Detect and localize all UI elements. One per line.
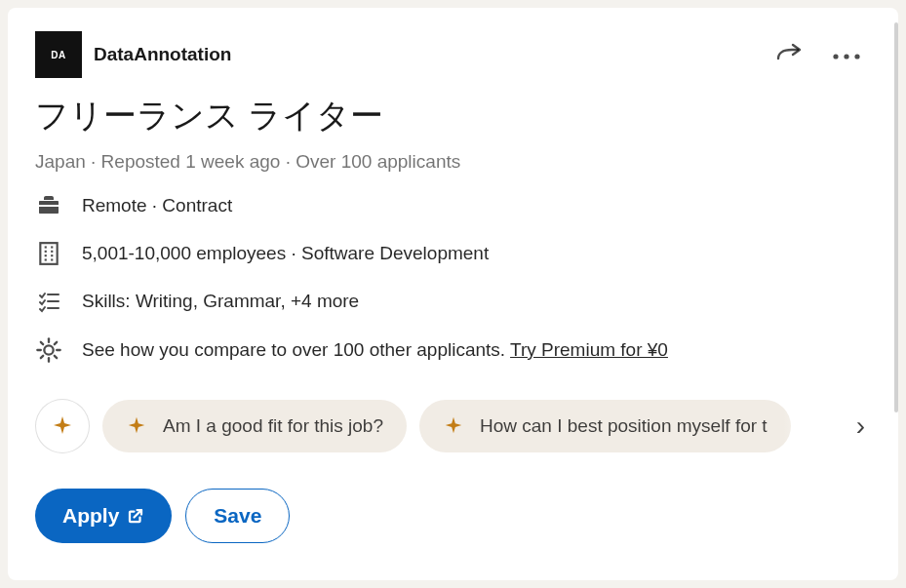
job-card: DA DataAnnotation フリーランス ライター Japan · Re…: [8, 8, 898, 580]
premium-link[interactable]: Try Premium for ¥0: [510, 339, 668, 360]
suggestion-fade: ›: [783, 399, 871, 453]
job-meta: Japan · Reposted 1 week ago · Over 100 a…: [35, 151, 871, 173]
save-button[interactable]: Save: [185, 489, 290, 543]
suggestion-good-fit[interactable]: Am I a good fit for this job?: [102, 400, 407, 452]
job-title: フリーランス ライター: [35, 96, 871, 136]
sparkle-icon: [126, 415, 147, 437]
skills-row: Skills: Writing, Grammar, +4 more: [35, 290, 871, 313]
ai-spark-button[interactable]: [35, 399, 90, 453]
apply-button[interactable]: Apply: [35, 489, 172, 543]
svg-point-2: [854, 54, 859, 59]
checklist-icon: [35, 290, 62, 313]
workplace-text: Remote · Contract: [82, 195, 232, 216]
building-icon: [35, 241, 62, 266]
svg-line-22: [41, 356, 43, 358]
svg-point-0: [833, 54, 838, 59]
company-logo-text: DA: [51, 50, 65, 60]
card-header: DA DataAnnotation: [35, 31, 871, 78]
sparkle-icon: [443, 415, 464, 437]
lightbulb-icon: [35, 336, 62, 364]
header-actions: [775, 43, 861, 70]
premium-text: See how you compare to over 100 other ap…: [82, 339, 668, 361]
more-icon: [832, 52, 861, 61]
svg-rect-3: [40, 243, 57, 264]
suggestion-position[interactable]: How can I best position myself for t: [419, 400, 791, 452]
svg-line-21: [55, 356, 57, 358]
save-label: Save: [214, 504, 261, 528]
svg-line-23: [55, 342, 57, 344]
chevron-right-icon[interactable]: ›: [856, 411, 871, 442]
external-link-icon: [127, 507, 144, 525]
company-size-row: 5,001-10,000 employees · Software Develo…: [35, 241, 871, 266]
company-name[interactable]: DataAnnotation: [94, 44, 231, 65]
scrollbar[interactable]: [894, 22, 898, 412]
sparkle-icon: [51, 414, 74, 438]
suggestion-label: How can I best position myself for t: [480, 415, 768, 437]
suggestion-label: Am I a good fit for this job?: [163, 415, 383, 437]
premium-prefix: See how you compare to over 100 other ap…: [82, 339, 510, 360]
ai-suggestions: Am I a good fit for this job? How can I …: [35, 399, 871, 453]
share-button[interactable]: [775, 43, 805, 70]
svg-point-15: [44, 345, 53, 354]
company-logo[interactable]: DA: [35, 31, 82, 78]
svg-point-1: [844, 54, 848, 59]
share-icon: [775, 43, 805, 70]
company-row[interactable]: DA DataAnnotation: [35, 31, 231, 78]
workplace-row: Remote · Contract: [35, 194, 871, 217]
skills-text[interactable]: Skills: Writing, Grammar, +4 more: [82, 291, 359, 312]
apply-label: Apply: [62, 504, 119, 528]
action-buttons: Apply Save: [35, 489, 871, 543]
premium-row: See how you compare to over 100 other ap…: [35, 336, 871, 364]
more-button[interactable]: [832, 52, 861, 61]
briefcase-icon: [35, 194, 62, 217]
job-details: Remote · Contract 5,001-10,000 employees…: [35, 194, 871, 364]
company-size-text: 5,001-10,000 employees · Software Develo…: [82, 243, 489, 264]
svg-line-20: [41, 342, 43, 344]
